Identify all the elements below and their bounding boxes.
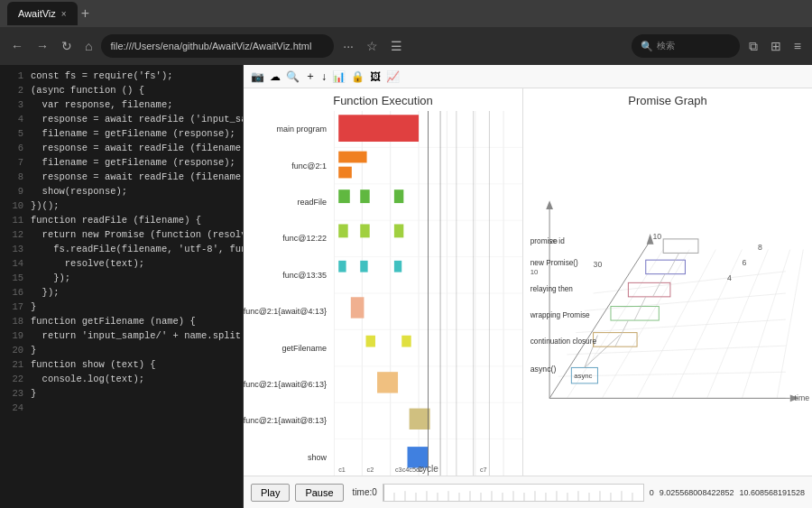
svg-line-62 <box>668 253 679 273</box>
lock-icon[interactable]: 🔒 <box>351 70 364 83</box>
func-labels: main programfunc@2:1readFilefunc@12:22fu… <box>244 111 334 476</box>
code-line: 21function show (text) { <box>0 357 243 372</box>
func-label-item: readFile <box>247 184 330 220</box>
svg-line-34 <box>672 250 743 399</box>
pause-button[interactable]: Pause <box>295 484 343 502</box>
code-text: const fs = require('fs'); <box>31 69 173 83</box>
code-text: }); <box>31 271 70 285</box>
reload-button[interactable]: ↻ <box>58 37 76 55</box>
zoom-in-icon[interactable]: 🔍 <box>286 70 300 83</box>
menu-button[interactable]: ≡ <box>790 37 805 55</box>
svg-text:async(): async() <box>531 365 557 374</box>
func-label-item: main program <box>247 111 330 147</box>
bar-func2-1b <box>338 167 352 179</box>
line-number: 11 <box>4 213 23 227</box>
code-text: response = await readFile (filename); <box>31 141 244 155</box>
back-button[interactable]: ← <box>7 37 27 55</box>
code-text: } <box>31 343 36 357</box>
toolbar: 📷 ☁ 🔍 ＋ ↓ 📊 🔒 🖼 📈 <box>244 65 812 88</box>
sidebar-button[interactable]: ⧉ <box>745 37 761 56</box>
code-text: var response, filename; <box>31 97 173 112</box>
search-placeholder: 検索 <box>657 40 675 52</box>
new-tab-button[interactable]: + <box>81 5 89 22</box>
bar-await6 <box>377 372 398 393</box>
svg-marker-43 <box>546 200 553 209</box>
timeline-bar[interactable] <box>383 484 644 502</box>
bar-getfilename2 <box>401 336 411 347</box>
bar-func12-22 <box>338 224 347 237</box>
svg-text:10: 10 <box>531 268 539 276</box>
svg-line-30 <box>594 272 786 293</box>
func-exec-svg-container: c1 c2 c3c4c5c6 c7 cycle <box>334 111 522 476</box>
home-button[interactable]: ⌂ <box>81 37 96 55</box>
svg-text:6: 6 <box>742 258 746 267</box>
svg-text:promise id: promise id <box>531 237 565 245</box>
code-line: 17} <box>0 300 243 314</box>
code-line: 10})(); <box>0 199 243 213</box>
line-number: 23 <box>4 386 23 401</box>
more-button[interactable]: ··· <box>339 37 357 55</box>
tab-close-button[interactable]: × <box>61 9 67 19</box>
search-bar[interactable]: 🔍 検索 <box>632 34 740 58</box>
bookmark-star[interactable]: ☆ <box>363 37 382 55</box>
code-line: 18function getFilename (name) { <box>0 314 243 328</box>
bar-func13-35 <box>338 261 346 272</box>
svg-text:4: 4 <box>727 273 732 282</box>
active-tab[interactable]: AwaitViz × <box>7 2 78 25</box>
promise-graph-svg: time 10 8 6 4 30 async <box>523 111 812 476</box>
svg-rect-58 <box>663 239 698 254</box>
address-bar[interactable]: file:///Users/ena/github/AwaitViz/AwaitV… <box>101 34 334 58</box>
play-button[interactable]: Play <box>251 484 290 502</box>
code-line: 6 response = await readFile (filename); <box>0 141 243 155</box>
line-number: 12 <box>4 227 23 242</box>
graph-icon[interactable]: 📈 <box>386 70 400 83</box>
func-label-item: show <box>247 439 330 476</box>
line-number: 18 <box>4 314 23 328</box>
line-number: 10 <box>4 199 23 213</box>
screenshot-icon[interactable]: 📷 <box>251 70 264 83</box>
tabs-button[interactable]: ⊞ <box>767 37 785 55</box>
line-number: 22 <box>4 372 23 386</box>
line-number: 8 <box>4 170 23 184</box>
line-number: 24 <box>4 401 23 415</box>
code-panel: 1const fs = require('fs');2(async functi… <box>0 65 244 508</box>
promise-3d-area: time 10 8 6 4 30 async <box>523 111 812 476</box>
code-text: return 'input_sample/' + name.split('\n'… <box>31 328 244 343</box>
svg-rect-55 <box>611 307 659 321</box>
func-label-item: getFilename <box>247 330 330 366</box>
code-text: filename = getFilename (response); <box>31 126 235 141</box>
code-text: (async function () { <box>31 83 144 97</box>
line-number: 4 <box>4 112 23 126</box>
code-line: 14 resolve(text); <box>0 256 243 271</box>
svg-text:async: async <box>574 372 592 380</box>
download-icon[interactable]: ↓ <box>321 70 327 83</box>
bar-func12-22b <box>360 224 369 237</box>
line-number: 17 <box>4 300 23 314</box>
code-line: 23} <box>0 386 243 401</box>
code-line: 8 response = await readFile (filename); <box>0 170 243 184</box>
svg-line-28 <box>576 319 786 333</box>
code-line: 22 console.log(text); <box>0 372 243 386</box>
bar-readfile3 <box>394 189 403 203</box>
url-text: file:///Users/ena/github/AwaitViz/AwaitV… <box>110 41 311 51</box>
code-text: resolve(text); <box>31 256 144 271</box>
bar-main-program <box>338 115 419 142</box>
func-label-item: func@2:1{await@8:13} <box>247 402 330 439</box>
chart-icon[interactable]: 📊 <box>332 70 346 83</box>
svg-rect-56 <box>628 282 670 297</box>
search-icon: 🔍 <box>641 41 653 52</box>
image-icon[interactable]: 🖼 <box>370 70 381 83</box>
func-label-item: func@2:1{await@6:13} <box>247 366 330 402</box>
code-text: response = await readFile ('input_sample… <box>31 112 244 126</box>
code-line: 1const fs = require('fs'); <box>0 69 243 83</box>
add-icon[interactable]: ＋ <box>305 69 316 84</box>
code-line: 4 response = await readFile ('input_samp… <box>0 112 243 126</box>
tab-bar: AwaitViz × + <box>0 0 812 27</box>
code-text: return new Promise (function (resolve) { <box>31 227 244 242</box>
code-line: 16 }); <box>0 285 243 300</box>
code-line: 19 return 'input_sample/' + name.split('… <box>0 328 243 343</box>
reader-button[interactable]: ☰ <box>387 37 406 55</box>
cloud-icon[interactable]: ☁ <box>270 70 281 83</box>
forward-button[interactable]: → <box>32 37 52 55</box>
bar-await8 <box>410 409 430 429</box>
